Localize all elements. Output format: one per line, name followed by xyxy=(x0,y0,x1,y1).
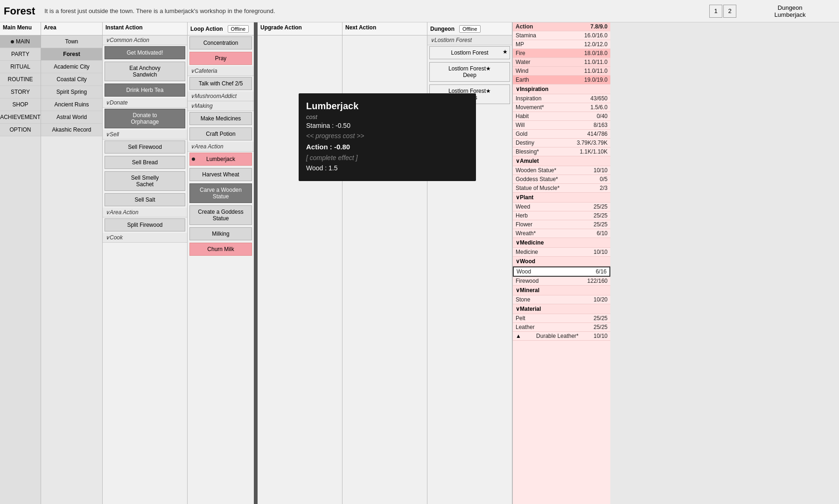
stat-stone-value: 10/20 xyxy=(594,296,608,303)
stat-pelt-row: Pelt 25/25 xyxy=(513,314,610,323)
area-akashic-record[interactable]: Akashic Record xyxy=(41,124,102,136)
tooltip-complete: [ complete effect ] xyxy=(306,153,468,163)
btn-sell-salt[interactable]: Sell Salt xyxy=(105,193,185,206)
area-astral-world[interactable]: Astral World xyxy=(41,111,102,124)
area-coastal-city[interactable]: Coastal City xyxy=(41,73,102,86)
stat-blessing-label: Blessing* xyxy=(516,148,539,155)
btn-harvest-wheat[interactable]: Harvest Wheat xyxy=(189,168,252,181)
stat-habit-label: Habit xyxy=(516,113,529,119)
tooltip-stamina: Stamina : -0.50 xyxy=(306,120,468,131)
stat-stamina-row: Stamina 16.0/16.0 xyxy=(513,31,610,40)
wood-section: ∨Wood xyxy=(513,257,610,266)
btn-pray[interactable]: Pray xyxy=(189,52,252,65)
sidebar-item-party[interactable]: PARTY xyxy=(0,48,41,61)
dungeon-offline-badge[interactable]: Offline xyxy=(459,25,481,33)
medicine-section: ∨Medicine xyxy=(513,238,610,248)
area-ancient-ruins[interactable]: Ancient Ruins xyxy=(41,98,102,111)
btn-sell-smelly-sachet[interactable]: Sell SmellySachet xyxy=(105,171,185,191)
tooltip-progress: << progress cost >> xyxy=(306,131,468,141)
amulet-section: ∨Amulet xyxy=(513,156,610,166)
stat-goddess-statue-row: Goddess Statue* 0/5 xyxy=(513,175,610,184)
donate-header: ∨Donate xyxy=(103,98,187,108)
btn-lumberjack[interactable]: Lumberjack xyxy=(189,153,252,166)
stat-flower-label: Flower xyxy=(516,221,532,228)
stat-stamina-label: Stamina xyxy=(516,32,536,39)
active-dot xyxy=(11,40,14,43)
btn-sell-bread[interactable]: Sell Bread xyxy=(105,156,185,169)
loop-offline-badge[interactable]: Offline xyxy=(228,25,249,33)
stat-stone-row: Stone 10/20 xyxy=(513,295,610,304)
btn-lostlorn-forest[interactable]: Lostlorn Forest ★ xyxy=(429,46,510,59)
sidebar-item-achievement[interactable]: ACHIEVEMENT xyxy=(0,111,41,124)
btn-make-medicines[interactable]: Make Medicines xyxy=(189,112,252,125)
dungeon-nav-1[interactable]: 1 xyxy=(709,5,722,18)
cafeteria-header: ∨Cafeteria xyxy=(188,66,254,76)
btn-drink-herb-tea[interactable]: Drink Herb Tea xyxy=(105,84,185,97)
btn-craft-potion[interactable]: Craft Potion xyxy=(189,127,252,140)
stat-herb-value: 25/25 xyxy=(594,212,608,219)
tooltip-cost-label: cost xyxy=(306,113,468,120)
btn-split-firewood[interactable]: Split Firewood xyxy=(105,218,185,231)
tooltip-title: Lumberjack xyxy=(306,101,468,112)
sidebar-item-shop[interactable]: SHOP xyxy=(0,98,41,111)
dungeon-label: Dungeon xyxy=(430,26,454,32)
btn-lostlorn-forest-deep[interactable]: Lostlorn Forest★Deep xyxy=(429,62,510,82)
dungeon-nav-2[interactable]: 2 xyxy=(723,5,736,18)
stat-fire-label: Fire xyxy=(516,50,525,56)
stat-blessing-row: Blessing* 1.1K/1.10K xyxy=(513,147,610,156)
area-spirit-spring[interactable]: Spirit Spring xyxy=(41,86,102,98)
btn-milking[interactable]: Milking xyxy=(189,227,252,240)
stat-wood-label: Wood xyxy=(517,268,531,275)
stat-wreath-row: Wreath* 6/10 xyxy=(513,229,610,238)
header: Forest It is a forest just outside the t… xyxy=(0,0,839,22)
dungeon-header-wrap: Dungeon Offline xyxy=(427,22,512,35)
area-action-instant-header: ∨Area Action xyxy=(103,208,187,217)
btn-eat-anchovy[interactable]: Eat AnchovySandwich xyxy=(105,62,185,81)
tooltip-action: Action : -0.80 xyxy=(306,141,468,153)
btn-talk-with-chef[interactable]: Talk with Chef 2/5 xyxy=(189,77,252,90)
tooltip-body: Stamina : -0.50 << progress cost >> Acti… xyxy=(306,120,468,174)
btn-carve-wooden-statue[interactable]: Carve a WoodenStatue xyxy=(189,183,252,203)
area-forest[interactable]: Forest xyxy=(41,48,102,61)
btn-donate-orphanage[interactable]: Donate toOrphanage xyxy=(105,109,185,128)
btn-concentration[interactable]: Concentration xyxy=(189,36,252,49)
btn-create-goddess-statue[interactable]: Create a GoddessStatue xyxy=(189,205,252,225)
stat-weed-row: Weed 25/25 xyxy=(513,203,610,211)
stat-wreath-label: Wreath* xyxy=(516,230,536,237)
sidebar-item-routine[interactable]: ROUTINE xyxy=(0,73,41,86)
btn-sell-firewood[interactable]: Sell Firewood xyxy=(105,140,185,154)
lumberjack-dot xyxy=(192,158,195,161)
stat-leather-row: Leather 25/25 xyxy=(513,323,610,332)
area-academic-city[interactable]: Academic City xyxy=(41,61,102,73)
stat-goddess-statue-label: Goddess Statue* xyxy=(516,176,558,182)
btn-churn-milk[interactable]: Churn Milk xyxy=(189,243,252,256)
stat-action-label: Action xyxy=(516,23,533,30)
stat-habit-value: 0/40 xyxy=(597,113,608,119)
btn-get-motivated[interactable]: Get Motivated! xyxy=(105,46,185,59)
sidebar-item-main[interactable]: MAIN xyxy=(0,35,41,48)
stat-gold-row: Gold 414/786 xyxy=(513,130,610,139)
stat-firewood-label: Firewood xyxy=(516,278,538,284)
sidebar-item-option[interactable]: OPTION xyxy=(0,124,41,136)
sidebar-item-ritual[interactable]: RITUAL xyxy=(0,61,41,73)
stat-movement-value: 1.5/6.0 xyxy=(590,104,608,111)
area-town[interactable]: Town xyxy=(41,35,102,48)
stat-weed-label: Weed xyxy=(516,203,530,210)
inspiration-section: ∨Inspiration xyxy=(513,84,610,94)
stat-destiny-value: 3.79K/3.79K xyxy=(577,140,608,146)
stat-statue-of-muscle-value: 2/3 xyxy=(600,185,608,191)
stat-wind-label: Wind xyxy=(516,68,528,74)
page-title: Forest xyxy=(4,5,35,17)
stat-water-value: 11.0/11.0 xyxy=(584,59,608,65)
material-section: ∨Material xyxy=(513,304,610,314)
stat-medicine-row: Medicine 10/10 xyxy=(513,248,610,257)
stat-fire-row: Fire 18.0/18.0 xyxy=(513,49,610,58)
stat-inspiration-label: Inspiration xyxy=(516,95,541,102)
stat-inspiration-row: Inspiration 43/650 xyxy=(513,94,610,103)
mushroom-header: ∨MushroomAddict xyxy=(188,91,254,101)
cook-header: ∨Cook xyxy=(103,233,187,243)
stat-will-row: Will 8/163 xyxy=(513,121,610,130)
stat-earth-value: 19.0/19.0 xyxy=(584,77,608,83)
stat-statue-of-muscle-row: Statue of Muscle* 2/3 xyxy=(513,184,610,193)
sidebar-item-story[interactable]: STORY xyxy=(0,86,41,98)
